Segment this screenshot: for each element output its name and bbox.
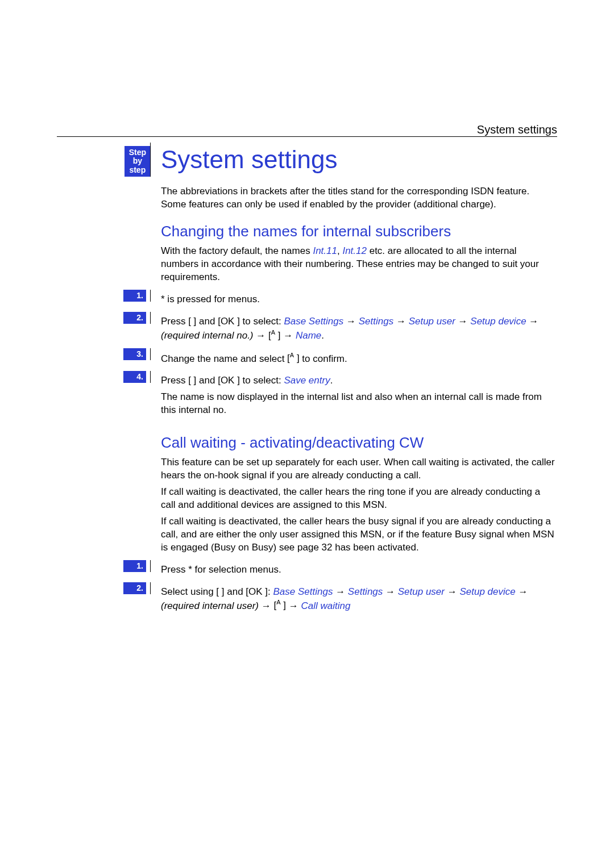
step-line-2: by (133, 156, 142, 165)
link-int12[interactable]: Int.12 (342, 245, 367, 256)
step-row: 1.* is pressed for menus. (57, 290, 557, 310)
step-text: Press [ ] and [OK ] to select: Base Sett… (161, 315, 555, 343)
step-number-badge: 2. (123, 582, 146, 594)
step-row: 4.Press [ ] and [OK ] to select: Save en… (57, 371, 557, 420)
running-header: System settings (477, 122, 557, 137)
step-row: 1.Press * for selection menus. (57, 560, 557, 580)
step-row: 2.Press [ ] and [OK ] to select: Base Se… (57, 312, 557, 346)
step-number-badge: 2. (123, 312, 146, 324)
step-number-badge: 4. (123, 371, 146, 383)
arrow-icon: → (516, 586, 528, 597)
arrow-icon: → (259, 600, 273, 611)
sec1-pre: With the factory default, the names (161, 245, 313, 256)
menu-link[interactable]: Call waiting (301, 600, 350, 611)
page-title: System settings (161, 143, 555, 176)
step-row: 2.Select using [ ] and [OK ]: Base Setti… (57, 582, 557, 616)
section1-heading: Changing the names for internal subscrib… (161, 222, 555, 241)
step-number-badge: 1. (123, 290, 146, 302)
sec2-p1: This feature can be set up separately fo… (161, 456, 555, 482)
arrow-icon: → (445, 586, 459, 597)
sec2-p3: If call waiting is deactivated, the call… (161, 515, 555, 554)
step-text: Select using [ ] and [OK ]: Base Setting… (161, 586, 555, 613)
section1-intro: With the factory default, the names Int.… (161, 245, 555, 284)
arrow-icon: → (281, 330, 296, 341)
title-row: Step by step System settings The abbrevi… (57, 143, 557, 287)
menu-link[interactable]: Settings (348, 586, 383, 597)
step-text: Press * for selection menus. (161, 564, 555, 577)
step-text: Change the name and select [A ] to confi… (161, 352, 555, 366)
menu-link[interactable]: Setup user (409, 316, 455, 327)
arrow-icon: → (383, 586, 397, 597)
menu-link[interactable]: Name (296, 330, 321, 341)
arrow-icon: → (333, 586, 347, 597)
menu-link[interactable]: Setup device (470, 316, 526, 327)
arrow-icon: → (286, 600, 301, 611)
sec1-sep: , (337, 245, 342, 256)
content: System settings The abbreviations in bra… (161, 143, 557, 287)
menu-link[interactable]: Settings (359, 316, 393, 327)
italic-text: (required internal user) (161, 600, 259, 611)
star-icon: * (188, 564, 192, 575)
step-text: Press [ ] and [OK ] to select: Save entr… (161, 374, 555, 387)
step-by-step-box: Step by step (125, 146, 151, 177)
step-line-3: step (129, 165, 146, 174)
menu-link[interactable]: Base Settings (273, 586, 333, 597)
step-tail: The name is now displayed in the interna… (161, 391, 555, 417)
step-text: * is pressed for menus. (161, 293, 555, 306)
arrow-icon: → (455, 316, 470, 327)
intro-paragraph: The abbreviations in brackets after the … (161, 185, 555, 211)
star-icon: * (161, 294, 165, 304)
caret-icon: [A ] (287, 353, 300, 364)
arrow-icon: → (254, 330, 268, 341)
arrow-icon: → (393, 316, 408, 327)
caret-icon: [A ] (268, 330, 281, 341)
menu-link[interactable]: Save entry (284, 375, 330, 386)
menu-link[interactable]: Base Settings (284, 316, 343, 327)
arrow-icon: → (343, 316, 358, 327)
section2-heading: Call waiting - activating/deactivating C… (161, 433, 555, 453)
sec2-p2: If call waiting is deactivated, the call… (161, 486, 555, 512)
caret-icon: [A ] (273, 600, 286, 611)
link-int11[interactable]: Int.11 (313, 245, 337, 256)
menu-link[interactable]: Setup device (459, 586, 515, 597)
section1-steps: 1.* is pressed for menus.2.Press [ ] and… (57, 290, 557, 420)
section2-steps: 1.Press * for selection menus.2.Select u… (57, 560, 557, 616)
section2-wrap: Call waiting - activating/deactivating C… (57, 423, 557, 558)
italic-text: (required internal no.) (161, 330, 254, 341)
left-gutter: Step by step (57, 143, 151, 177)
arrow-icon: → (526, 316, 539, 327)
step-row: 3.Change the name and select [A ] to con… (57, 348, 557, 369)
step-number-badge: 3. (123, 348, 146, 360)
menu-link[interactable]: Setup user (398, 586, 445, 597)
step-number-badge: 1. (123, 560, 146, 572)
page: System settings Step by step System sett… (0, 0, 614, 868)
step-line-1: Step (129, 148, 146, 157)
